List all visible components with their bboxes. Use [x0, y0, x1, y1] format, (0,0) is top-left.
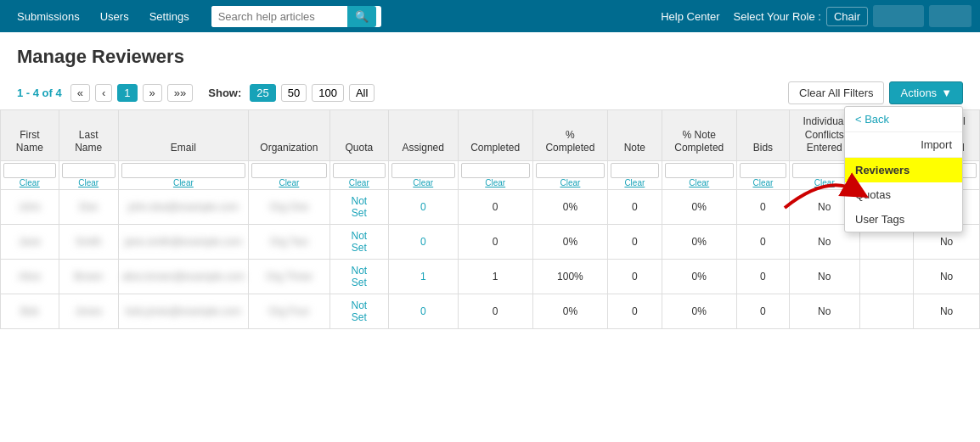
- nav-right: Help Center Select Your Role : Chair: [652, 5, 972, 28]
- row3-user-tags: [859, 259, 914, 294]
- filter-quota-clear[interactable]: Clear: [333, 178, 386, 187]
- filter-pct-completed-input[interactable]: [536, 163, 605, 178]
- filter-last-name-input[interactable]: [62, 163, 115, 178]
- filter-bids-clear[interactable]: Clear: [740, 178, 786, 187]
- row3-first-name: Alice: [1, 259, 59, 294]
- filter-note: Clear: [608, 160, 662, 189]
- row3-last-name: Brown: [59, 259, 118, 294]
- col-completed: Completed: [458, 110, 532, 161]
- show-50-btn[interactable]: 50: [281, 84, 307, 102]
- dropdown-back-item[interactable]: < Back: [845, 107, 962, 132]
- col-last-name: LastName: [59, 110, 118, 161]
- page-current-btn[interactable]: 1: [117, 84, 137, 102]
- filter-email-clear[interactable]: Clear: [121, 178, 245, 187]
- filter-last-name: Clear: [59, 160, 118, 189]
- row4-assigned: 0: [388, 294, 458, 328]
- nav-help-center[interactable]: Help Center: [652, 5, 728, 28]
- filter-note-input[interactable]: [611, 163, 659, 178]
- actions-button[interactable]: Actions ▼: [889, 81, 963, 104]
- nav-users[interactable]: Users: [92, 5, 138, 28]
- filter-bids: Clear: [736, 160, 789, 189]
- row3-external-profile: No: [914, 259, 980, 294]
- filter-first-name: Clear: [1, 160, 59, 189]
- row1-organization: Org One: [248, 189, 329, 224]
- filter-assigned-clear[interactable]: Clear: [391, 178, 455, 187]
- show-label: Show:: [208, 87, 241, 99]
- col-organization: Organization: [248, 110, 329, 161]
- row2-bids: 0: [736, 224, 789, 259]
- table-row: Bob Jones bob.jones@example.com Org Four…: [1, 294, 980, 328]
- dropdown-import-item[interactable]: Import: [845, 132, 962, 158]
- filter-email-input[interactable]: [121, 163, 245, 178]
- row3-note: 0: [608, 259, 662, 294]
- row3-email: alice.brown@example.com: [118, 259, 248, 294]
- row4-first-name: Bob: [1, 294, 59, 328]
- page-next-btn[interactable]: »: [143, 84, 162, 102]
- row3-organization: Org Three: [248, 259, 329, 294]
- row3-assigned: 1: [388, 259, 458, 294]
- show-all-btn[interactable]: All: [349, 84, 375, 102]
- row2-pct-note: 0%: [662, 224, 736, 259]
- filter-note-clear[interactable]: Clear: [611, 178, 659, 187]
- dropdown-reviewers-item[interactable]: Reviewers: [845, 158, 962, 182]
- row2-first-name: Jane: [1, 224, 59, 259]
- filter-assigned-input[interactable]: [391, 163, 455, 178]
- show-25-btn[interactable]: 25: [250, 84, 275, 102]
- row4-email: bob.jones@example.com: [118, 294, 248, 328]
- filter-pct-completed-clear[interactable]: Clear: [536, 178, 605, 187]
- dropdown-user-tags-item[interactable]: User Tags: [845, 207, 962, 232]
- row1-quota: NotSet: [329, 189, 388, 224]
- row1-pct-note: 0%: [662, 189, 736, 224]
- role-button[interactable]: Chair: [826, 7, 868, 26]
- row1-completed: 0: [458, 189, 532, 224]
- row2-pct-completed: 0%: [532, 224, 607, 259]
- clear-filters-button[interactable]: Clear All Filters: [788, 81, 884, 104]
- filter-bids-input[interactable]: [740, 163, 786, 178]
- row1-note: 0: [608, 189, 662, 224]
- search-box: 🔍: [211, 6, 381, 27]
- col-quota: Quota: [329, 110, 388, 161]
- nav-settings[interactable]: Settings: [141, 5, 198, 28]
- page-last-btn[interactable]: »»: [167, 84, 193, 102]
- filter-pct-note-input[interactable]: [665, 163, 734, 178]
- row4-pct-completed: 0%: [532, 294, 607, 328]
- page-prev-btn[interactable]: ‹: [95, 84, 112, 102]
- filter-pct-note-clear[interactable]: Clear: [665, 178, 734, 187]
- row4-conflicts: No: [789, 294, 859, 328]
- actions-chevron-icon: ▼: [941, 87, 952, 99]
- row3-pct-note: 0%: [662, 259, 736, 294]
- filter-pct-note: Clear: [662, 160, 736, 189]
- filter-org-clear[interactable]: Clear: [251, 178, 327, 187]
- filter-first-name-clear[interactable]: Clear: [3, 178, 56, 187]
- filter-pct-completed: Clear: [532, 160, 607, 189]
- row2-quota: NotSet: [329, 224, 388, 259]
- dropdown-quotas-item[interactable]: Quotas: [845, 182, 962, 207]
- nav-extra-btn: [929, 5, 972, 27]
- avatar: [873, 5, 924, 27]
- nav-submissions[interactable]: Submissions: [8, 5, 88, 28]
- filter-last-name-clear[interactable]: Clear: [62, 178, 115, 187]
- row4-completed: 0: [458, 294, 532, 328]
- filter-org-input[interactable]: [251, 163, 327, 178]
- row2-last-name: Smith: [59, 224, 118, 259]
- page-title: Manage Reviewers: [0, 32, 980, 76]
- row2-email: jane.smith@example.com: [118, 224, 248, 259]
- filter-first-name-input[interactable]: [3, 163, 56, 178]
- page-first-btn[interactable]: «: [70, 84, 90, 102]
- filter-quota: Clear: [329, 160, 388, 189]
- filter-completed-input[interactable]: [461, 163, 530, 178]
- filter-completed-clear[interactable]: Clear: [461, 178, 530, 187]
- search-button[interactable]: 🔍: [347, 6, 376, 27]
- table-row: John Doe john.doe@example.com Org One No…: [1, 189, 980, 224]
- row4-external-profile: No: [914, 294, 980, 328]
- row3-quota: NotSet: [329, 259, 388, 294]
- toolbar: 1 - 4 of 4 « ‹ 1 » »» Show: 25 50 100 Al…: [0, 76, 980, 109]
- col-bids: Bids: [736, 110, 789, 161]
- search-input[interactable]: [211, 6, 347, 27]
- row4-quota: NotSet: [329, 294, 388, 328]
- show-100-btn[interactable]: 100: [312, 84, 344, 102]
- col-first-name: FirstName: [1, 110, 59, 161]
- row2-note: 0: [608, 224, 662, 259]
- col-assigned: Assigned: [388, 110, 458, 161]
- filter-quota-input[interactable]: [333, 163, 386, 178]
